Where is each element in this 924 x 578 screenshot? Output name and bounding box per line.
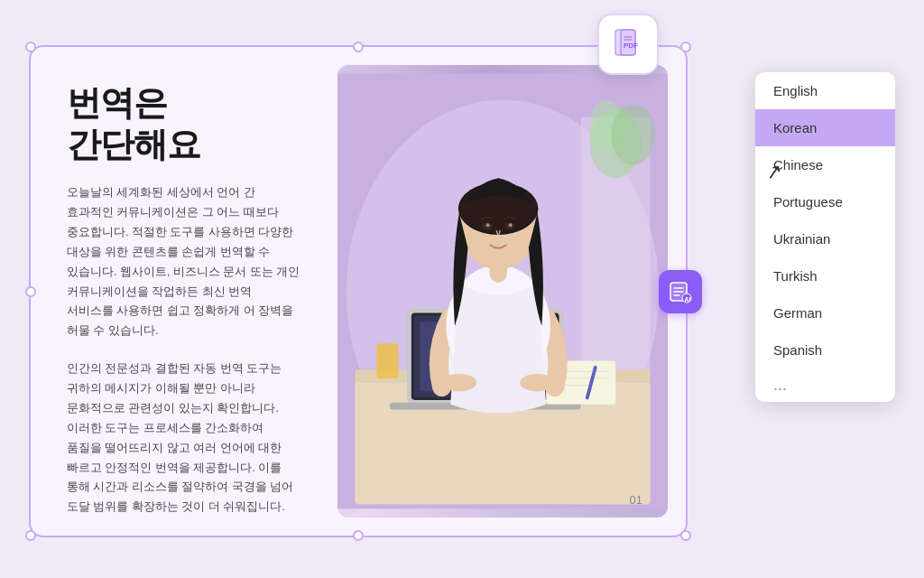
lang-english[interactable]: English: [755, 72, 895, 109]
svg-point-32: [486, 223, 490, 227]
lang-spanish[interactable]: Spanish: [755, 331, 895, 368]
svg-point-35: [520, 374, 555, 391]
heading: 번역은 간단해요: [67, 83, 301, 165]
handle-ml[interactable]: [25, 286, 36, 297]
svg-point-33: [509, 223, 513, 227]
scene: PDF English Korean Chinese Portuguese Uk…: [29, 27, 895, 551]
handle-tl[interactable]: [25, 42, 36, 52]
handle-bl[interactable]: [25, 530, 36, 541]
ai-badge-icon: AI: [668, 279, 693, 304]
svg-text:PDF: PDF: [624, 42, 638, 50]
lang-ukrainian[interactable]: Ukrainian: [755, 220, 895, 257]
heading-line2: 간단해요: [67, 126, 200, 163]
heading-line1: 번역은: [67, 84, 167, 122]
pdf-button[interactable]: PDF: [597, 14, 659, 75]
svg-rect-23: [376, 343, 398, 378]
image-panel: 01 AI: [328, 47, 686, 536]
language-dropdown: English Korean Chinese Portuguese Ukrain…: [755, 72, 895, 402]
lang-turkish[interactable]: Turkish: [755, 257, 895, 294]
page-number: 01: [630, 493, 642, 507]
svg-point-34: [442, 374, 477, 391]
ai-badge[interactable]: AI: [659, 270, 702, 313]
text-panel: 번역은 간단해요 오늘날의 세계화된 세상에서 언어 간 효과적인 커뮤니케이션…: [31, 47, 328, 536]
lang-korean[interactable]: Korean: [755, 109, 895, 146]
main-card: 번역은 간단해요 오늘날의 세계화된 세상에서 언어 간 효과적인 커뮤니케이션…: [29, 45, 688, 537]
svg-text:AI: AI: [685, 295, 691, 302]
svg-point-10: [611, 104, 654, 164]
photo: 01: [337, 65, 668, 517]
body-paragraph-1: 오늘날의 세계화된 세상에서 언어 간 효과적인 커뮤니케이션은 그 어느 때보…: [67, 183, 301, 341]
lang-german[interactable]: German: [755, 294, 895, 331]
lang-more[interactable]: ...: [755, 368, 895, 402]
lang-portuguese[interactable]: Portuguese: [755, 183, 895, 220]
body-paragraph-2: 인간의 전문성과 결합된 자동 번역 도구는 귀하의 메시지가 이해될 뿐만 아…: [67, 359, 301, 517]
